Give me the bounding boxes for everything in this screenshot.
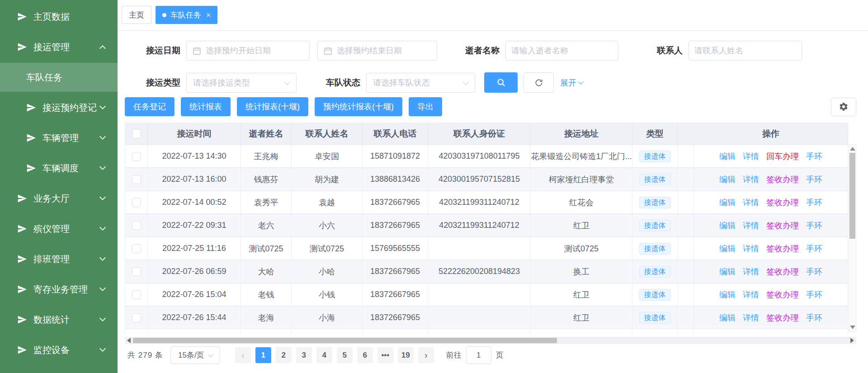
scroll-right-icon[interactable] [850,338,854,343]
goto-page-input[interactable] [466,346,491,364]
page-button-1[interactable]: 1 [255,347,271,363]
deceased-name-input[interactable] [506,41,618,60]
action-签收办理[interactable]: 签收办理 [766,197,799,208]
sidebar-item-1[interactable]: 主页数据 [0,2,118,31]
partial-cell [292,329,363,334]
page-size-select[interactable]: 15条/页 [170,346,220,364]
sidebar-item-4[interactable]: 接运预约登记 [0,93,118,122]
row-checkbox[interactable] [132,221,141,230]
action-编辑[interactable]: 编辑 [719,197,736,208]
page-button-19[interactable]: 19 [398,347,414,363]
scroll-left-icon[interactable] [127,338,131,343]
action-详情[interactable]: 详情 [743,266,759,277]
action-签收办理[interactable]: 签收办理 [766,289,799,300]
next-page-button[interactable]: › [418,347,434,363]
sidebar-item-10[interactable]: 寄存业务管理 [0,275,118,304]
paper-plane-icon [17,345,27,355]
action-详情[interactable]: 详情 [743,220,759,231]
sidebar-item-9[interactable]: 排班管理 [0,245,118,274]
page-button-6[interactable]: 6 [357,347,373,363]
toolbar-button-4[interactable]: 预约统计报表(十堰) [315,97,402,116]
search-button[interactable] [484,72,518,93]
row-checkbox[interactable] [132,175,141,184]
refresh-button[interactable] [524,72,554,93]
date-end-input[interactable] [318,41,437,60]
pickup-type-select[interactable]: 请选择接运类型 [186,73,297,93]
cell-deceased: 老钱 [241,283,292,306]
cell-deceased: 老海 [241,307,292,329]
toolbar-button-5[interactable]: 导出 [409,97,442,116]
row-checkbox[interactable] [132,313,141,322]
select-all-checkbox[interactable] [132,129,141,138]
sidebar-item-7[interactable]: 业务大厅 [0,184,118,213]
action-手环[interactable]: 手环 [806,243,822,254]
sidebar-menu: 主页数据接运管理车队任务接运预约登记车辆管理车辆调度业务大厅殡仪管理排班管理寄存… [0,0,118,364]
toolbar-button-1[interactable]: 任务登记 [125,97,175,116]
action-签收办理[interactable]: 签收办理 [766,220,799,231]
action-签收办理[interactable]: 签收办理 [766,266,799,277]
action-详情[interactable]: 详情 [743,243,759,254]
action-编辑[interactable]: 编辑 [719,174,736,185]
toolbar-button-2[interactable]: 统计报表 [181,97,231,116]
action-编辑[interactable]: 编辑 [719,243,736,254]
task-table: 接运时间逝者姓名联系人姓名联系人电话联系人身份证接运地址类型操作 2022-07… [125,123,857,334]
sidebar-item-2[interactable]: 接运管理 [0,33,118,61]
action-签收办理[interactable]: 签收办理 [766,243,799,254]
action-签收办理[interactable]: 签收办理 [766,312,799,323]
action-手环[interactable]: 手环 [806,151,822,162]
action-编辑[interactable]: 编辑 [719,289,736,300]
sidebar-item-8[interactable]: 殡仪管理 [0,214,118,243]
action-详情[interactable]: 详情 [743,289,759,300]
expand-link[interactable]: 展开 [560,77,583,88]
vertical-scrollbar[interactable] [849,144,856,332]
row-checkbox[interactable] [132,152,141,161]
horizontal-scroll-thumb[interactable] [133,338,557,343]
row-checkbox[interactable] [132,267,141,276]
cell-id-card [428,237,531,260]
cell-deceased-text: 大哈 [258,266,274,277]
action-回车办理[interactable]: 回车办理 [766,151,799,162]
cell-phone: 18372667965 [363,191,428,214]
row-checkbox[interactable] [132,244,141,253]
action-详情[interactable]: 详情 [743,151,759,162]
page-button-4[interactable]: 4 [316,347,332,363]
row-checkbox[interactable] [132,198,141,207]
action-手环[interactable]: 手环 [806,197,822,208]
date-start-input[interactable] [187,41,309,60]
page-button-2[interactable]: 2 [276,347,292,363]
toolbar-button-3[interactable]: 统计报表(十堰) [237,97,308,116]
action-手环[interactable]: 手环 [806,312,822,323]
action-详情[interactable]: 详情 [743,197,759,208]
vertical-scroll-thumb[interactable] [849,153,855,239]
action-编辑[interactable]: 编辑 [719,220,736,231]
sidebar-item-3[interactable]: 车队任务 [0,63,118,92]
tab-fleet-task[interactable]: 车队任务 × [156,6,217,24]
table-row: 2022-07-22 09:31老六小六18372667965420321199… [125,214,848,237]
horizontal-scrollbar[interactable] [125,337,856,344]
action-手环[interactable]: 手环 [806,289,822,300]
scroll-up-icon[interactable] [850,147,855,151]
row-checkbox[interactable] [132,290,141,299]
sidebar-item-5[interactable]: 车辆管理 [0,123,118,152]
prev-page-button[interactable]: ‹ [235,347,251,363]
sidebar-item-6[interactable]: 车辆调度 [0,154,118,183]
action-编辑[interactable]: 编辑 [719,266,736,277]
sidebar-item-11[interactable]: 数据统计 [0,305,118,334]
tab-close-icon[interactable]: × [206,11,211,19]
tab-home[interactable]: 主页 [122,6,151,24]
action-编辑[interactable]: 编辑 [719,151,736,162]
sidebar-item-12[interactable]: 监控设备 [0,335,118,364]
page-button-5[interactable]: 5 [337,347,353,363]
action-手环[interactable]: 手环 [806,220,822,231]
action-手环[interactable]: 手环 [806,174,822,185]
action-手环[interactable]: 手环 [806,266,822,277]
contact-input[interactable] [689,41,802,60]
action-详情[interactable]: 详情 [743,312,759,323]
action-详情[interactable]: 详情 [743,174,759,185]
fleet-status-select[interactable]: 请选择车队状态 [366,73,475,93]
action-编辑[interactable]: 编辑 [719,312,736,323]
scroll-down-icon[interactable] [850,326,855,329]
action-签收办理[interactable]: 签收办理 [766,174,799,185]
column-settings-button[interactable] [831,98,856,116]
page-button-3[interactable]: 3 [296,347,312,363]
